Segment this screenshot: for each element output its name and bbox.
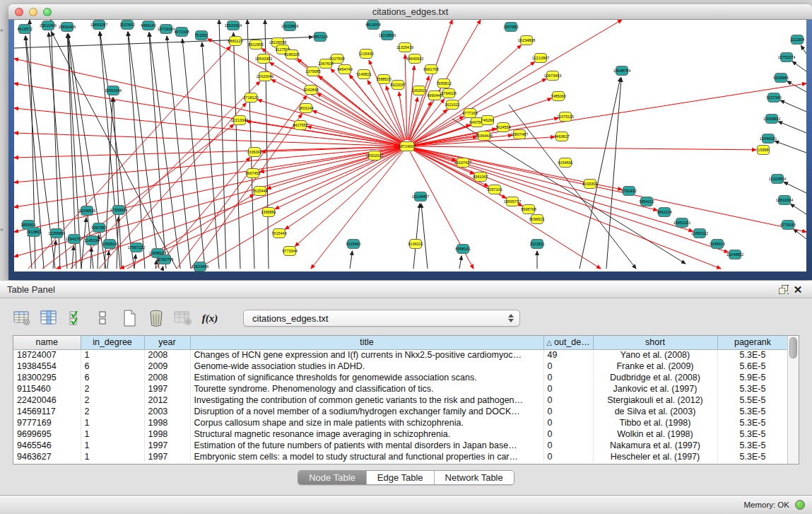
graph-edge[interactable] bbox=[792, 62, 806, 71]
graph-edge[interactable] bbox=[350, 251, 353, 269]
table-panel-titlebar[interactable]: Table Panel ✕ bbox=[0, 281, 812, 298]
graph-edge[interactable] bbox=[247, 20, 254, 269]
table-scrollbar[interactable] bbox=[787, 336, 799, 464]
table-cell[interactable]: 0 bbox=[543, 361, 593, 372]
table-cell[interactable]: 9699695 bbox=[13, 428, 81, 440]
graph-edge[interactable] bbox=[790, 204, 806, 214]
table-row[interactable]: 1872400712008Changes of HCN gene express… bbox=[13, 349, 787, 361]
table-row[interactable]: 946554611997Estimation of the future num… bbox=[13, 440, 787, 451]
table-cell[interactable]: 1997 bbox=[144, 451, 190, 462]
table-cell[interactable]: Structural magnetic resonance image aver… bbox=[190, 428, 543, 440]
graph-edge[interactable] bbox=[787, 81, 806, 92]
table-cell[interactable]: 18300295 bbox=[13, 372, 81, 383]
graph-edge[interactable] bbox=[127, 194, 254, 269]
network-canvas-svg[interactable]: 1872400746135722061140620691406106532871… bbox=[14, 20, 806, 271]
table-cell[interactable]: 2 bbox=[81, 383, 144, 395]
table-cell[interactable]: 5.6E-5 bbox=[717, 361, 787, 372]
table-cell[interactable]: 9465546 bbox=[13, 440, 81, 451]
table-cell[interactable]: 1998 bbox=[144, 428, 190, 440]
table-row[interactable]: 1456911722003Disruption of a novel membe… bbox=[13, 406, 787, 417]
graph-edge[interactable] bbox=[219, 20, 226, 269]
float-panel-icon[interactable] bbox=[777, 284, 791, 296]
table-cell[interactable]: 2003 bbox=[144, 406, 190, 417]
tab-network-table[interactable]: Network Table bbox=[435, 471, 514, 484]
table-cell[interactable]: 0 bbox=[543, 383, 593, 395]
column-header-name[interactable]: name bbox=[13, 336, 81, 349]
table-settings-icon[interactable] bbox=[13, 310, 31, 327]
table-cell[interactable]: 2 bbox=[81, 406, 144, 417]
close-panel-icon[interactable]: ✕ bbox=[791, 284, 805, 296]
table-cell[interactable]: 0 bbox=[543, 395, 593, 406]
graph-edge[interactable] bbox=[311, 151, 403, 269]
column-header-in_degree[interactable]: in_degree bbox=[81, 336, 144, 349]
column-header-short[interactable]: short bbox=[593, 336, 717, 349]
graph-edge[interactable] bbox=[295, 151, 402, 246]
table-cell[interactable]: Tibbo et al. (1998) bbox=[593, 417, 717, 428]
graph-edge[interactable] bbox=[149, 33, 180, 269]
function-builder-icon[interactable]: f(x) bbox=[201, 310, 219, 327]
table-cell[interactable]: 0 bbox=[543, 417, 593, 428]
table-cell[interactable]: Corpus callosum shape and size in male p… bbox=[190, 417, 543, 428]
row-height-icon[interactable] bbox=[93, 310, 112, 327]
table-cell[interactable]: 2008 bbox=[144, 372, 190, 383]
graph-edge[interactable] bbox=[579, 78, 620, 269]
table-row[interactable]: 946362711997Embryonic stem cells: a mode… bbox=[13, 451, 787, 462]
table-cell[interactable]: 1997 bbox=[144, 440, 190, 451]
table-cell[interactable]: Hescheler et al. (1997) bbox=[593, 451, 717, 462]
graph-edge[interactable] bbox=[191, 114, 302, 269]
node-table[interactable]: namein_degreeyeartitle△out_de…shortpager… bbox=[13, 336, 787, 462]
table-cell[interactable]: 5.3E-5 bbox=[717, 451, 787, 462]
table-cell[interactable]: 1997 bbox=[144, 383, 190, 395]
tab-edge-table[interactable]: Edge Table bbox=[367, 471, 435, 484]
table-row[interactable]: 1830029562008Estimation of significance … bbox=[13, 372, 787, 383]
table-cell[interactable]: 1998 bbox=[144, 417, 190, 428]
table-cell[interactable]: Changes of HCN gene expression and I(f) … bbox=[190, 349, 543, 361]
window-titlebar[interactable]: citations_edges.txt bbox=[8, 4, 812, 20]
graph-edge[interactable] bbox=[413, 148, 806, 232]
graph-edge[interactable] bbox=[81, 218, 86, 269]
table-cell[interactable]: Embryonic stem cells: a model to study s… bbox=[190, 451, 543, 462]
table-cell[interactable]: 5.3E-5 bbox=[717, 428, 787, 440]
table-cell[interactable]: 1 bbox=[81, 349, 144, 361]
table-cell[interactable]: Franke et al. (2009) bbox=[593, 361, 717, 372]
graph-edge[interactable] bbox=[413, 146, 756, 150]
table-cell[interactable]: 1 bbox=[81, 417, 144, 428]
table-cell[interactable]: 0 bbox=[543, 428, 593, 440]
graph-edge[interactable] bbox=[202, 42, 219, 269]
table-cell[interactable]: 5.3E-5 bbox=[717, 440, 787, 451]
table-cell[interactable]: 5.3E-5 bbox=[717, 406, 787, 417]
graph-edge[interactable] bbox=[258, 100, 401, 144]
show-column-icon[interactable] bbox=[40, 310, 58, 327]
table-cell[interactable]: 0 bbox=[543, 451, 593, 462]
graph-edge[interactable] bbox=[233, 33, 240, 269]
table-cell[interactable]: 1 bbox=[81, 440, 144, 451]
table-cell[interactable]: 6 bbox=[81, 372, 144, 383]
table-cell[interactable]: 5.3E-5 bbox=[717, 383, 787, 395]
table-cell[interactable]: 5.9E-5 bbox=[717, 372, 787, 383]
graph-edge[interactable] bbox=[285, 150, 401, 229]
create-table-icon[interactable] bbox=[120, 310, 139, 327]
memory-ok-icon[interactable] bbox=[795, 500, 805, 510]
table-cell[interactable]: Estimation of the future numbers of pati… bbox=[190, 440, 543, 451]
graph-edge[interactable] bbox=[784, 182, 806, 193]
table-cell[interactable]: 0 bbox=[543, 372, 593, 383]
table-cell[interactable]: Nakamura et al. (1997) bbox=[593, 440, 717, 451]
graph-edge[interactable] bbox=[69, 34, 106, 269]
table-cell[interactable]: de Silva et al. (2003) bbox=[593, 406, 717, 417]
table-row[interactable]: 977716911998Corpus callosum shape and si… bbox=[13, 417, 787, 428]
tab-node-table[interactable]: Node Table bbox=[298, 471, 367, 484]
graph-edge[interactable] bbox=[68, 34, 81, 269]
table-row[interactable]: 969969511998Structural magnetic resonanc… bbox=[13, 428, 787, 440]
table-cell[interactable]: 2008 bbox=[144, 349, 190, 361]
graph-edge[interactable] bbox=[72, 246, 73, 269]
graph-edge[interactable] bbox=[29, 232, 32, 269]
table-cell[interactable]: 18724007 bbox=[13, 349, 81, 361]
table-cell[interactable]: 2009 bbox=[144, 361, 190, 372]
graph-edge[interactable] bbox=[405, 54, 407, 140]
table-selector-dropdown[interactable]: citations_edges.txt bbox=[243, 310, 520, 327]
table-cell[interactable]: Genome-wide association studies in ADHD. bbox=[190, 361, 543, 372]
table-row[interactable]: 1938455462009Genome-wide association stu… bbox=[13, 361, 787, 372]
table-row[interactable]: 2242004622012Investigating the contribut… bbox=[13, 395, 787, 406]
graph-edge[interactable] bbox=[413, 148, 658, 210]
graph-edge[interactable] bbox=[775, 141, 806, 153]
